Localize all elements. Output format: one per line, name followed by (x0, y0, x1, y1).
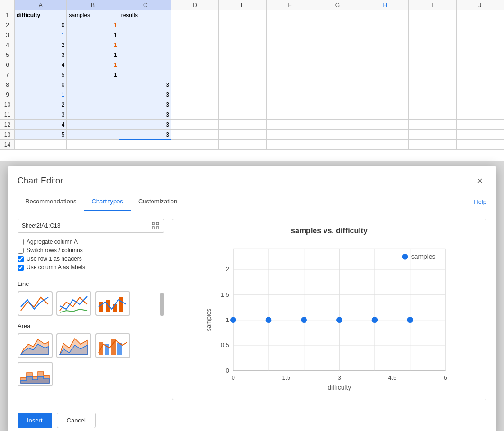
cell-g14[interactable] (314, 140, 361, 150)
cell-h2[interactable] (361, 20, 409, 30)
cell-g4[interactable] (314, 40, 361, 50)
cell-j10[interactable] (456, 100, 504, 110)
cell-h14[interactable] (361, 140, 409, 150)
col-header-g[interactable]: G (314, 0, 361, 10)
cell-a13[interactable]: 5 (15, 130, 67, 140)
cell-e13[interactable] (219, 130, 266, 140)
cell-f1[interactable] (266, 10, 314, 20)
cell-c14[interactable] (119, 140, 171, 150)
cell-j5[interactable] (456, 50, 504, 60)
cell-j6[interactable] (456, 60, 504, 70)
cell-e5[interactable] (219, 50, 266, 60)
cell-d11[interactable] (171, 110, 218, 120)
cell-g10[interactable] (314, 100, 361, 110)
cell-a14[interactable] (15, 140, 67, 150)
cell-a5[interactable]: 3 (15, 50, 67, 60)
cell-i5[interactable] (409, 50, 456, 60)
cell-c10[interactable]: 3 (119, 100, 171, 110)
cell-d10[interactable] (171, 100, 218, 110)
cell-h5[interactable] (361, 50, 409, 60)
cell-c3[interactable] (119, 30, 171, 40)
cell-i14[interactable] (409, 140, 456, 150)
col-header-e[interactable]: E (219, 0, 266, 10)
cell-a2[interactable]: 0 (15, 20, 67, 30)
cell-c9[interactable]: 3 (119, 90, 171, 100)
cell-e2[interactable] (219, 20, 266, 30)
cell-e12[interactable] (219, 120, 266, 130)
cell-a1[interactable]: difficulty (15, 10, 67, 20)
cell-j9[interactable] (456, 90, 504, 100)
cell-c13[interactable]: 3 (119, 130, 171, 140)
cell-c7[interactable] (119, 70, 171, 80)
cell-f10[interactable] (266, 100, 314, 110)
cell-f7[interactable] (266, 70, 314, 80)
col-header-f[interactable]: F (266, 0, 314, 10)
col-header-j[interactable]: J (456, 0, 504, 10)
cell-h3[interactable] (361, 30, 409, 40)
cell-e6[interactable] (219, 60, 266, 70)
cell-i11[interactable] (409, 110, 456, 120)
cell-e14[interactable] (219, 140, 266, 150)
cell-j14[interactable] (456, 140, 504, 150)
cell-b12[interactable] (67, 120, 119, 130)
cell-a7[interactable]: 5 (15, 70, 67, 80)
cell-c2[interactable] (119, 20, 171, 30)
cell-i12[interactable] (409, 120, 456, 130)
cell-g12[interactable] (314, 120, 361, 130)
cell-h7[interactable] (361, 70, 409, 80)
cell-h1[interactable] (361, 10, 409, 20)
cell-i9[interactable] (409, 90, 456, 100)
cell-b5[interactable]: 1 (67, 50, 119, 60)
cell-h9[interactable] (361, 90, 409, 100)
cell-f11[interactable] (266, 110, 314, 120)
cell-f6[interactable] (266, 60, 314, 70)
cell-f14[interactable] (266, 140, 314, 150)
cell-d6[interactable] (171, 60, 218, 70)
cell-c8[interactable]: 3 (119, 80, 171, 90)
cell-a9[interactable]: 1 (15, 90, 67, 100)
col-header-d[interactable]: D (171, 0, 218, 10)
cell-g9[interactable] (314, 90, 361, 100)
cell-i6[interactable] (409, 60, 456, 70)
cell-d9[interactable] (171, 90, 218, 100)
cell-d12[interactable] (171, 120, 218, 130)
cell-a12[interactable]: 4 (15, 120, 67, 130)
col-header-a[interactable]: A (15, 0, 67, 10)
cell-e4[interactable] (219, 40, 266, 50)
cell-d5[interactable] (171, 50, 218, 60)
cell-b8[interactable] (67, 80, 119, 90)
cell-h12[interactable] (361, 120, 409, 130)
cell-i8[interactable] (409, 80, 456, 90)
col-header-h[interactable]: H (361, 0, 409, 10)
cell-i13[interactable] (409, 130, 456, 140)
cell-g3[interactable] (314, 30, 361, 40)
cell-b4[interactable]: 1 (67, 40, 119, 50)
cell-j3[interactable] (456, 30, 504, 40)
cell-h4[interactable] (361, 40, 409, 50)
cell-f4[interactable] (266, 40, 314, 50)
cell-d13[interactable] (171, 130, 218, 140)
cell-d8[interactable] (171, 80, 218, 90)
cell-c12[interactable]: 3 (119, 120, 171, 130)
cell-d2[interactable] (171, 20, 218, 30)
cell-h11[interactable] (361, 110, 409, 120)
cell-b3[interactable]: 1 (67, 30, 119, 40)
cell-e7[interactable] (219, 70, 266, 80)
cell-b2[interactable]: 1 (67, 20, 119, 30)
cell-j4[interactable] (456, 40, 504, 50)
cell-f9[interactable] (266, 90, 314, 100)
cell-h6[interactable] (361, 60, 409, 70)
cell-a11[interactable]: 3 (15, 110, 67, 120)
cell-b11[interactable] (67, 110, 119, 120)
cell-d1[interactable] (171, 10, 218, 20)
cell-c1[interactable]: results (119, 10, 171, 20)
cell-i1[interactable] (409, 10, 456, 20)
cell-c5[interactable] (119, 50, 171, 60)
cell-h8[interactable] (361, 80, 409, 90)
cell-a4[interactable]: 2 (15, 40, 67, 50)
cell-c4[interactable] (119, 40, 171, 50)
cell-a8[interactable]: 0 (15, 80, 67, 90)
cell-i10[interactable] (409, 100, 456, 110)
col-header-i[interactable]: I (409, 0, 456, 10)
cell-i3[interactable] (409, 30, 456, 40)
